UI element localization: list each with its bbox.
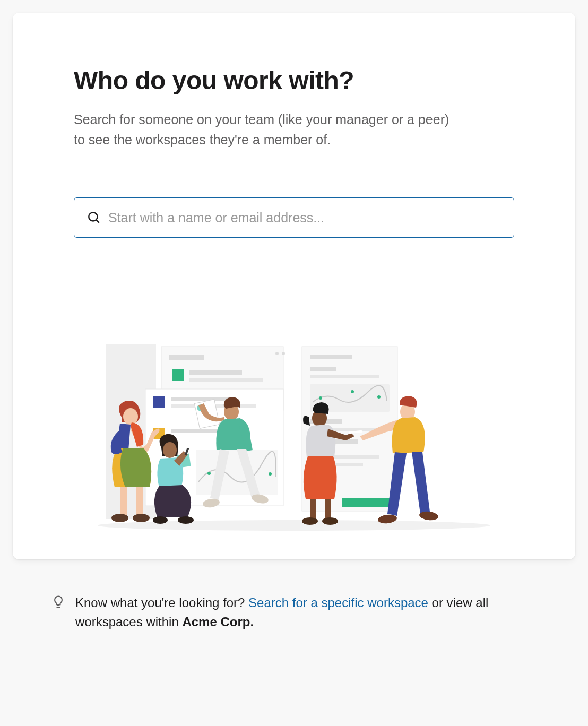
svg-rect-12: [310, 355, 352, 359]
svg-rect-26: [153, 396, 165, 408]
main-card: Who do you work with? Search for someone…: [13, 13, 575, 559]
svg-point-16: [319, 396, 322, 400]
svg-point-38: [123, 408, 138, 425]
tip-row: Know what you're looking for? Search for…: [13, 593, 575, 632]
lightbulb-icon: [51, 594, 66, 609]
page-title: Who do you work with?: [74, 66, 514, 95]
svg-rect-53: [325, 499, 331, 519]
search-input[interactable]: [108, 198, 501, 237]
svg-point-18: [377, 395, 381, 399]
svg-rect-7: [189, 370, 242, 375]
svg-line-1: [96, 220, 99, 222]
tip-prefix: Know what you're looking for?: [75, 595, 248, 610]
svg-point-46: [178, 516, 194, 524]
svg-rect-32: [171, 429, 224, 433]
org-name: Acme Corp.: [182, 615, 254, 629]
svg-point-37: [269, 472, 272, 476]
svg-point-55: [322, 517, 338, 525]
svg-point-54: [302, 517, 318, 525]
svg-rect-14: [310, 375, 379, 378]
svg-point-17: [351, 390, 354, 393]
svg-point-41: [111, 514, 128, 522]
search-workspace-link[interactable]: Search for a specific workspace: [248, 595, 428, 610]
svg-point-9: [275, 352, 279, 355]
page-subtitle: Search for someone on your team (like yo…: [74, 110, 456, 150]
search-field-wrapper[interactable]: [74, 197, 514, 238]
svg-point-0: [89, 212, 97, 221]
svg-rect-13: [310, 367, 336, 371]
svg-point-42: [133, 514, 150, 522]
svg-rect-6: [172, 369, 184, 381]
svg-point-43: [163, 442, 177, 458]
svg-rect-8: [189, 378, 263, 382]
svg-rect-24: [342, 498, 390, 507]
tip-text: Know what you're looking for? Search for…: [75, 593, 537, 632]
svg-rect-5: [169, 355, 204, 360]
svg-rect-39: [120, 487, 127, 515]
svg-point-35: [207, 472, 211, 475]
svg-rect-52: [310, 499, 316, 519]
team-illustration: [92, 339, 496, 535]
svg-rect-40: [136, 487, 143, 515]
search-icon: [87, 211, 101, 224]
svg-point-45: [153, 516, 168, 524]
svg-point-10: [282, 352, 285, 355]
